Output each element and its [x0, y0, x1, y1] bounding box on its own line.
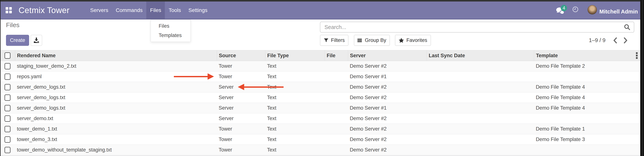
cell-rendered_name: server_demo.txt	[15, 113, 217, 124]
cell-rendered_name: tower_demo_1.txt	[15, 124, 217, 134]
cell-source: Tower	[217, 134, 265, 145]
pager: 1–9 / 9	[589, 35, 628, 46]
cell-last_sync_date	[427, 145, 534, 155]
table-row[interactable]: tower_demo_without_template_staging.txtT…	[0, 145, 640, 155]
window-edge-left	[0, 0, 0, 156]
row-select-cell	[0, 103, 15, 113]
table-row[interactable]: tower_demo_3.txtTowerTextDemo Server #2D…	[0, 134, 640, 145]
user-menu[interactable]: Mitchell Admin	[599, 3, 638, 20]
column-header-file[interactable]: File	[325, 50, 348, 61]
cell-last_sync_date	[427, 134, 534, 145]
select-all-checkbox[interactable]	[4, 52, 10, 59]
column-header-last_sync_date[interactable]: Last Sync Date	[427, 50, 534, 61]
column-header-source[interactable]: Source	[217, 50, 265, 61]
cell-file	[325, 92, 348, 103]
cell-server: Demo Server #1	[348, 103, 427, 113]
row-select-cell	[0, 92, 15, 103]
optional-columns-icon[interactable]	[636, 52, 638, 59]
chevron-right-icon	[624, 37, 628, 43]
column-header-template[interactable]: Template	[534, 50, 640, 61]
pager-next-button[interactable]	[624, 37, 628, 43]
row-checkbox[interactable]	[4, 63, 10, 69]
funnel-icon	[324, 38, 328, 43]
table-footer-strip	[0, 155, 640, 156]
favorites-button[interactable]: Favorites	[395, 35, 431, 46]
table-row[interactable]: server_demo_logs.txtServerTextDemo Serve…	[0, 92, 640, 103]
column-header-server[interactable]: Server	[348, 50, 427, 61]
cell-last_sync_date	[427, 61, 534, 71]
cell-source: Tower	[217, 61, 265, 71]
annotation-arrow-left	[244, 86, 284, 88]
create-button[interactable]: Create	[6, 35, 29, 46]
cell-file_type: Text	[265, 103, 325, 113]
dropdown-item-templates[interactable]: Templates	[151, 31, 190, 40]
cell-template	[534, 145, 640, 155]
table-body: staging_tower_demo_2.txtTowerTextDemo Se…	[0, 61, 640, 155]
row-checkbox[interactable]	[4, 115, 10, 122]
bars-icon	[358, 38, 362, 43]
table-row[interactable]: staging_tower_demo_2.txtTowerTextDemo Se…	[0, 61, 640, 72]
table-row[interactable]: server_demo_logs.txtServerTextDemo Serve…	[0, 82, 640, 92]
cell-file_type: Text	[265, 134, 325, 145]
column-header-rendered_name[interactable]: Rendered Name	[15, 50, 217, 61]
messages-button[interactable]: 4	[556, 7, 565, 16]
row-select-cell	[0, 72, 15, 82]
cell-last_sync_date	[427, 82, 534, 92]
row-checkbox[interactable]	[4, 105, 10, 111]
search-input[interactable]: Search...	[324, 24, 624, 30]
row-checkbox[interactable]	[4, 94, 10, 101]
cell-file_type: Text	[265, 72, 325, 82]
dropdown-item-files[interactable]: Files	[151, 21, 190, 31]
row-checkbox[interactable]	[4, 126, 10, 132]
cell-rendered_name: tower_demo_without_template_staging.txt	[15, 145, 217, 155]
activities-button[interactable]	[572, 6, 578, 13]
table-row[interactable]: server_demo_logs.txtServerTextDemo Serve…	[0, 103, 640, 113]
nav-item-servers[interactable]: Servers	[86, 1, 112, 19]
table-row[interactable]: server_demo.txtServerTextDemo Server #2	[0, 113, 640, 124]
filters-button[interactable]: Filters	[320, 35, 348, 46]
row-select-cell	[0, 82, 15, 92]
cell-server: Demo Server #2	[348, 124, 427, 134]
nav-item-tools[interactable]: Tools	[165, 1, 184, 19]
clock-icon	[572, 6, 578, 12]
row-checkbox[interactable]	[4, 147, 10, 153]
nav-item-commands[interactable]: Commands	[112, 1, 146, 19]
cell-file	[325, 124, 348, 134]
window-edge-right	[640, 0, 644, 156]
pager-previous-button[interactable]	[613, 37, 617, 43]
cell-file	[325, 61, 348, 71]
table-row[interactable]: tower_demo_1.txtTowerTextDemo Server #2D…	[0, 124, 640, 134]
cell-template	[534, 113, 640, 124]
files-dropdown-menu: FilesTemplates	[150, 19, 191, 42]
cell-last_sync_date	[427, 113, 534, 124]
cell-file	[325, 82, 348, 92]
search-icon[interactable]	[624, 24, 630, 30]
brand-title[interactable]: Cetmix Tower	[18, 6, 70, 15]
nav-item-files[interactable]: Files	[146, 1, 165, 19]
cell-last_sync_date	[427, 124, 534, 134]
row-checkbox[interactable]	[4, 74, 10, 80]
import-button[interactable]	[30, 35, 42, 46]
cell-template: Demo File Template 4	[534, 103, 640, 113]
cell-file	[325, 134, 348, 145]
table-row[interactable]: repos.yamlTowerTextDemo Server #1	[0, 72, 640, 82]
row-checkbox[interactable]	[4, 84, 10, 90]
search-box[interactable]: Search...	[320, 22, 634, 33]
apps-grid-icon[interactable]	[6, 7, 12, 13]
row-checkbox[interactable]	[4, 136, 10, 143]
nav-item-settings[interactable]: Settings	[185, 1, 211, 19]
cell-template: Demo File Template 2	[534, 61, 640, 71]
cell-rendered_name: server_demo_logs.txt	[15, 92, 217, 103]
column-header-file_type[interactable]: File Type	[265, 50, 325, 61]
cell-source: Server	[217, 92, 265, 103]
cell-rendered_name: staging_tower_demo_2.txt	[15, 61, 217, 71]
cell-server: Demo Server #2	[348, 145, 427, 155]
table-header: Rendered NameSourceFile TypeFileServerLa…	[0, 50, 640, 61]
row-select-cell	[0, 61, 15, 71]
group-by-button[interactable]: Group By	[354, 35, 390, 46]
user-avatar[interactable]	[588, 5, 597, 14]
pager-range: 1–9 / 9	[589, 37, 606, 43]
favorites-label: Favorites	[406, 37, 427, 43]
cell-source: Tower	[217, 124, 265, 134]
row-select-cell	[0, 113, 15, 124]
